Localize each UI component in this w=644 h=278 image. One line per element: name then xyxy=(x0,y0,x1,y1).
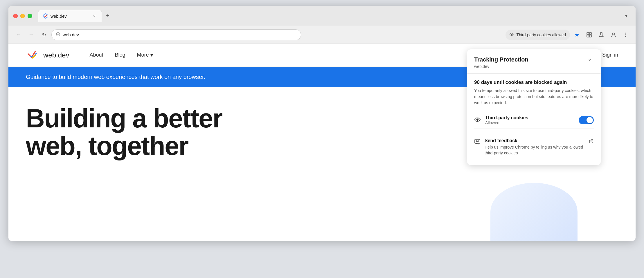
cookie-info: Third-party cookies Allowed xyxy=(485,115,575,125)
popup-header: Tracking Protection web.dev × xyxy=(467,49,601,74)
new-tab-button[interactable]: + xyxy=(103,11,112,21)
forward-button[interactable]: → xyxy=(26,30,36,40)
cookie-badge-button[interactable]: 👁 Third-party cookies allowed xyxy=(506,30,570,40)
feedback-row: Send feedback Help us improve Chrome by … xyxy=(474,135,594,159)
popup-days-desc: You temporarily allowed this site to use… xyxy=(474,88,594,106)
svg-rect-3 xyxy=(589,33,591,35)
nav-more[interactable]: More ▾ xyxy=(137,52,153,58)
cookie-status: Allowed xyxy=(485,120,575,125)
maximize-window-button[interactable] xyxy=(28,14,32,18)
cookie-badge-label: Third-party cookies allowed xyxy=(517,33,566,37)
feedback-icon xyxy=(474,139,481,147)
signin-button[interactable]: Sign in xyxy=(602,52,618,58)
svg-rect-4 xyxy=(587,35,589,37)
tab-dropdown-button[interactable]: ▾ xyxy=(622,11,631,21)
blue-decoration xyxy=(490,183,578,241)
popup-close-button[interactable]: × xyxy=(586,56,594,64)
tab-title: web.dev xyxy=(51,14,67,19)
popup-title-row: Tracking Protection web.dev × xyxy=(474,56,594,69)
browser-controls: 👁 Third-party cookies allowed ★ xyxy=(506,30,631,40)
cookie-eye-icon: 👁 xyxy=(474,116,481,124)
svg-rect-5 xyxy=(589,35,591,37)
traffic-lights xyxy=(13,14,32,18)
main-heading-line1: Building a better xyxy=(26,104,222,133)
logo-text: web.dev xyxy=(43,51,69,59)
popup-cookie-row: 👁 Third-party cookies Allowed xyxy=(474,112,594,129)
logo-icon xyxy=(26,48,40,62)
external-link-icon[interactable] xyxy=(589,139,594,145)
feedback-desc: Help us improve Chrome by telling us why… xyxy=(485,145,584,156)
popup-body: 90 days until cookies are blocked again … xyxy=(467,74,601,165)
chrome-menu-button[interactable] xyxy=(620,30,631,40)
popup-title: Tracking Protection xyxy=(474,56,528,63)
toggle-knob xyxy=(587,117,593,123)
tab-favicon-icon xyxy=(43,13,48,19)
eye-icon: 👁 xyxy=(510,32,514,37)
profile-button[interactable] xyxy=(608,30,619,40)
site-logo[interactable]: web.dev xyxy=(26,48,69,62)
tab-bar: web.dev × + ▾ xyxy=(38,10,631,22)
svg-point-8 xyxy=(625,34,626,35)
minimize-window-button[interactable] xyxy=(20,14,25,18)
address-text: web.dev xyxy=(63,32,79,37)
feedback-info: Send feedback Help us improve Chrome by … xyxy=(485,138,584,156)
close-window-button[interactable] xyxy=(13,14,18,18)
cookie-toggle[interactable] xyxy=(579,116,594,124)
lab-button[interactable] xyxy=(596,30,607,40)
nav-about[interactable]: About xyxy=(89,52,103,58)
svg-point-7 xyxy=(625,33,626,33)
svg-rect-10 xyxy=(475,139,480,143)
popup-days-title: 90 days until cookies are blocked again xyxy=(474,80,594,85)
nav-blog[interactable]: Blog xyxy=(115,52,125,58)
popup-title-group: Tracking Protection web.dev xyxy=(474,56,528,69)
extensions-button[interactable] xyxy=(584,30,594,40)
back-button[interactable]: ← xyxy=(13,30,24,40)
address-bar[interactable]: web.dev xyxy=(51,29,301,40)
tracking-protection-popup[interactable]: Tracking Protection web.dev × 90 days un… xyxy=(467,49,601,165)
svg-rect-2 xyxy=(587,33,589,35)
close-tab-button[interactable]: × xyxy=(92,13,97,19)
nav-more-label: More xyxy=(137,52,149,58)
browser-window: web.dev × + ▾ ← → ↻ web.dev 👁 Third-part… xyxy=(8,6,636,241)
active-tab[interactable]: web.dev × xyxy=(38,10,102,22)
cookie-label: Third-party cookies xyxy=(485,115,575,120)
nav-more-arrow-icon: ▾ xyxy=(150,52,153,58)
feedback-title: Send feedback xyxy=(485,138,584,143)
main-heading-line2: web, together xyxy=(26,131,188,160)
navigation-bar: ← → ↻ web.dev 👁 Third-party cookies allo… xyxy=(8,26,636,44)
svg-point-9 xyxy=(625,36,626,37)
popup-domain: web.dev xyxy=(474,64,528,69)
title-bar: web.dev × + ▾ xyxy=(8,6,636,26)
bookmark-button[interactable]: ★ xyxy=(572,30,582,40)
svg-marker-0 xyxy=(43,14,48,18)
address-security-icon xyxy=(56,32,60,37)
reload-button[interactable]: ↻ xyxy=(39,30,49,40)
page-content: web.dev About Blog More ▾ English ▾ Sign… xyxy=(8,44,636,241)
site-nav: About Blog More ▾ xyxy=(89,52,153,58)
